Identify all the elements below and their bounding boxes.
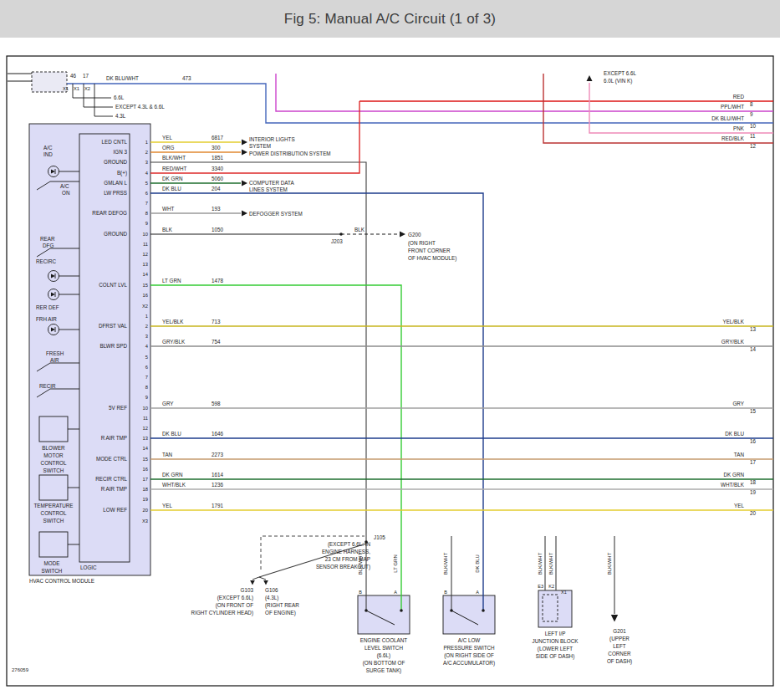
diagram-label: X1 [74,86,79,91]
diagram-label: DFRST VAL [99,323,128,329]
diagram-label: AIR [50,357,59,363]
diagram-label: 2 [145,324,148,329]
diagram-label: A [394,590,397,595]
diagram-label: (LOWER LEFT [538,646,573,652]
diagram-label: 8 [750,101,753,107]
diagram-label: 10 [750,123,757,129]
diagram-label: RED/BLK [721,135,745,141]
diagram-label: SWITCH [43,468,64,473]
diagram-label: (EXCEPT 6.6L) [217,595,253,601]
diagram-label: DK BLU [162,186,181,192]
diagram-label: 6.0L (VIN K) [604,78,632,84]
diagram-label: 1646 [212,431,224,437]
diagram-label: BLOWER [42,445,65,451]
diagram-label: (6.6L) [377,652,390,659]
diagram-label: POWER DISTRIBUTION SYSTEM [249,151,331,156]
diagram-label: 5V REF [109,405,127,411]
diagram-label: 17 [83,73,89,79]
diagram-label: GMLAN L [104,180,127,186]
diagram-label: 13 [143,262,148,267]
diagram-label: IGN 3 [114,149,128,155]
diagram-label: X1 [63,86,69,91]
g201-label: G201 [613,628,626,634]
diagram-label: JUNCTION BLOCK [533,638,579,644]
diagram-label: 473 [182,75,191,81]
diagram-label: 1 [145,140,148,145]
diagram-label: 7 [145,375,148,380]
diagram-label: 713 [212,319,221,324]
diagram-label: 3 [145,334,148,339]
diagram-label: DEFOGGER SYSTEM [249,211,303,217]
j203-label: J203 [331,238,343,244]
diagram-label: (ON RIGHT [408,240,436,247]
diagram-label: DK GRN [724,472,745,478]
diagram-label: CONTROL [41,460,67,466]
diagram-label: 17 [750,459,757,465]
diagram-label: SIDE OF DASH) [536,653,575,660]
diagram-label: 11 [143,416,148,421]
diagram-label: 18 [143,487,148,492]
diagram-label: R AIR TMP [101,486,127,492]
diagram-label: A [476,590,479,595]
diagram-label: CORNER [608,651,631,657]
diagram-label: WHT/BLK [162,482,186,488]
diagram-label: X3 [142,519,148,524]
diagram-label: LT GRN [162,278,181,284]
diagram-label: YEL [162,135,172,141]
diagram-label: MODE CTRL [96,456,128,462]
diagram-label: 19 [750,489,757,495]
diagram-label: BLK/WHT [607,552,612,575]
diagram-label: PRESSURE SWITCH [443,645,495,651]
diagram-label: GROUND [104,159,127,165]
diagram-label: LOGIC [80,565,97,570]
diagram-label: 20 [143,508,148,513]
diagram-label: IND [43,151,53,157]
diagram-label: GRY [732,401,744,406]
diagram-label: 19 [143,497,148,502]
diagram-label: 9 [750,111,753,117]
diagram-label: TAN [162,452,173,457]
diagram-label: B [444,590,447,595]
diagram-label: TAN [734,452,745,457]
diagram-label: RER DEF [36,304,59,310]
diagram-label: GRY [162,401,174,406]
diagram-label: 14 [143,272,149,277]
diagram-label: BLK/WHT [162,155,186,161]
diagram-label: BLWR SPD [100,343,128,349]
diagram-label: 16 [143,467,148,472]
diagram-label: RED/WHT [162,166,187,171]
junction-dot [365,609,368,612]
diagram-label: DK BLU/WHT [711,115,744,121]
diagram-label: BLK/WHT [443,552,448,575]
diagram-label: 4.3L [115,113,126,119]
diagram-label: R AIR TMP [101,435,127,441]
diagram-label: 18 [750,479,757,485]
diagram-label: DK BLU [162,431,181,437]
diagram-label: ON [62,190,70,196]
diagram-label: X2 [84,86,90,91]
diagram-label: DFG [43,243,54,248]
diagram-label: SYSTEM [249,143,271,149]
diagram-label: E3 [538,584,543,589]
diagram-label: DK BLU/WHT [106,75,139,81]
diagram-label: 17 [143,477,148,482]
diagram-label: A/C [60,183,69,189]
diagram-label: LW PRSS [104,190,127,196]
diagram-label: 1050 [212,227,224,232]
diagram-label: TEMPERATURE [33,503,73,508]
diagram-label: MODE [44,560,60,566]
diagram-label: RECIR [39,383,56,389]
diagram-label: RIGHT CYLINDER HEAD) [191,610,253,616]
g103-label: G103 [241,587,254,593]
diagram-label: DK GRN [162,472,183,478]
diagram-label: (EXCEPT 6.6L: IN [328,541,370,548]
diagram-label: B(+) [117,170,127,176]
diagram-label: 5060 [212,176,224,181]
diagram-label: 12 [750,143,757,149]
junction-dot [450,609,453,612]
diagram-label: 6 [145,191,148,196]
diagram-label: 14 [143,446,149,451]
diagram-label: 3340 [212,166,224,171]
diagram-label: ENGINE HARNESS, [322,549,370,554]
diagram-label: FRONT CORNER [408,248,451,253]
